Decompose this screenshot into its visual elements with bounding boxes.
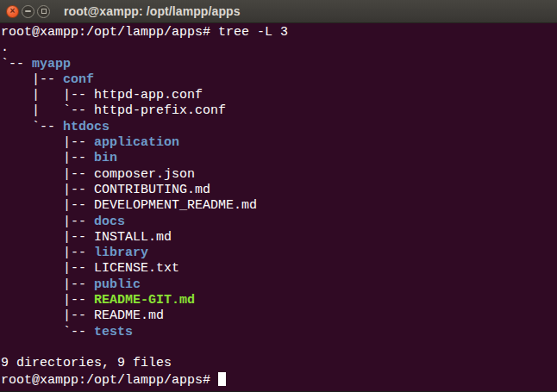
window-controls: ×: [0, 5, 50, 18]
terminal-line: [1, 340, 556, 356]
terminal-line: |-- README.md: [1, 308, 556, 324]
terminal-line: | `-- httpd-prefix.conf: [1, 103, 556, 119]
terminal-line: |-- LICENSE.txt: [1, 261, 556, 277]
maximize-icon: [41, 9, 47, 14]
terminal-line: |-- INSTALL.md: [1, 230, 556, 246]
terminal-line: root@xampp:/opt/lampp/apps#: [1, 372, 556, 388]
close-button[interactable]: ×: [6, 5, 19, 18]
terminal-line: |-- CONTRIBUTING.md: [1, 183, 556, 198]
terminal-line: `-- tests: [1, 325, 556, 340]
terminal-line: |-- DEVELOPMENT_README.md: [1, 198, 556, 214]
terminal-line: `-- myapp: [1, 57, 556, 72]
terminal-line: |-- README-GIT.md: [1, 293, 556, 308]
terminal-line: .: [1, 40, 556, 56]
close-icon: ×: [10, 7, 16, 16]
maximize-button[interactable]: [37, 5, 50, 18]
terminal-output: root@xampp:/opt/lampp/apps# tree -L 3.`-…: [1, 25, 556, 388]
terminal-line: |-- public: [1, 277, 556, 293]
minimize-button[interactable]: [22, 5, 34, 18]
terminal-line: |-- application: [1, 135, 556, 151]
terminal-line: |-- composer.json: [1, 167, 556, 183]
terminal-line: |-- docs: [1, 215, 556, 230]
terminal-cursor: [218, 372, 226, 386]
terminal-line: `-- htdocs: [1, 120, 556, 135]
window-title: root@xampp: /opt/lampp/apps: [64, 4, 241, 18]
terminal-window: × root@xampp: /opt/lampp/apps root@xampp…: [0, 0, 557, 392]
terminal-line: root@xampp:/opt/lampp/apps# tree -L 3: [1, 25, 556, 40]
terminal-line: |-- library: [1, 246, 556, 261]
terminal-line: |-- conf: [1, 72, 556, 88]
minimize-icon: [25, 10, 31, 12]
terminal-line: | |-- httpd-app.conf: [1, 88, 556, 103]
terminal[interactable]: root@xampp:/opt/lampp/apps# tree -L 3.`-…: [0, 23, 557, 391]
terminal-line: |-- bin: [1, 151, 556, 166]
terminal-line: 9 directories, 9 files: [1, 356, 556, 371]
window-titlebar[interactable]: × root@xampp: /opt/lampp/apps: [0, 0, 557, 23]
